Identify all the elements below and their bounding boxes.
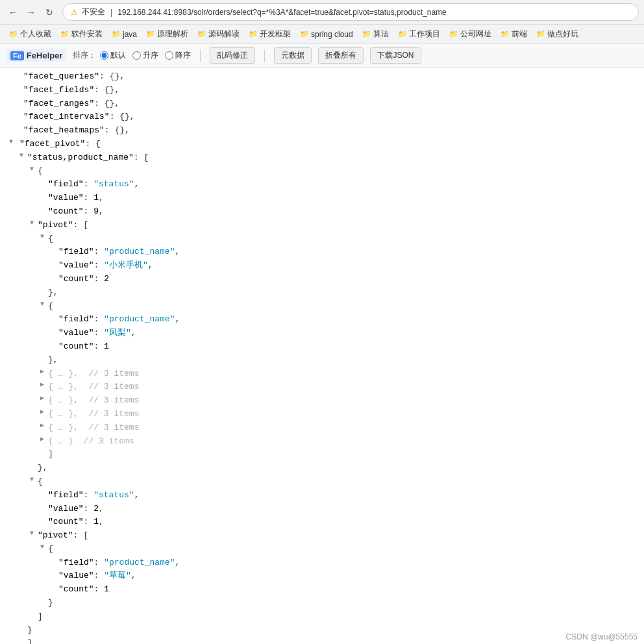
bookmark-label: 公司网址 bbox=[460, 29, 491, 40]
toggle-facet-pivot[interactable] bbox=[6, 138, 16, 147]
json-line: "count": 2 bbox=[6, 273, 638, 286]
bookmark-label: spring cloud bbox=[311, 30, 353, 39]
json-line: "field": "product_name", bbox=[6, 313, 638, 327]
fix-encoding-button[interactable]: 乱码修正 bbox=[210, 47, 255, 64]
metadata-button[interactable]: 元数据 bbox=[274, 47, 312, 64]
json-line: "facet_queries": {}, bbox=[6, 70, 638, 84]
sort-label: 排序： bbox=[73, 50, 96, 61]
json-line: "count": 9, bbox=[6, 205, 638, 219]
toggle-pivot2-item1[interactable] bbox=[38, 543, 47, 552]
bookmark-label: 个人收藏 bbox=[20, 29, 51, 40]
toggle-collapsed-1[interactable] bbox=[38, 367, 47, 377]
sort-default[interactable]: 默认 bbox=[100, 50, 126, 61]
security-warning-text: 不安全 bbox=[82, 6, 105, 18]
bookmark-label: 原理解析 bbox=[157, 29, 188, 40]
json-line-collapsed: { … }, // 3 items bbox=[6, 408, 638, 421]
toggle-pivot-item2[interactable] bbox=[38, 300, 47, 309]
json-line: { bbox=[6, 165, 638, 179]
fe-icon: Fe bbox=[10, 51, 24, 60]
folder-icon: 📁 bbox=[362, 30, 371, 38]
json-line: }, bbox=[6, 286, 638, 300]
json-content: "facet_queries": {}, "facet_fields": {},… bbox=[0, 68, 644, 644]
folder-icon: 📁 bbox=[60, 30, 69, 38]
json-line-pivot: "pivot": [ bbox=[6, 219, 638, 232]
toggle-collapsed-3[interactable] bbox=[38, 394, 47, 403]
bottom-bar-text: CSDN @wu@55555 bbox=[566, 632, 638, 641]
bookmark-label: java bbox=[123, 30, 137, 39]
bookmark-fun[interactable]: 📁 做点好玩 bbox=[532, 27, 582, 41]
bookmark-company[interactable]: 📁 公司网址 bbox=[445, 27, 495, 41]
sort-desc[interactable]: 降序 bbox=[165, 50, 191, 61]
folder-icon: 📁 bbox=[146, 30, 155, 38]
toggle-collapsed-6[interactable] bbox=[38, 435, 47, 444]
sort-radio-group: 默认 升序 降序 bbox=[100, 50, 191, 61]
toggle-status-product[interactable] bbox=[17, 151, 26, 160]
json-line: "facet_ranges": {}, bbox=[6, 97, 638, 111]
bookmark-label: 工作项目 bbox=[409, 29, 440, 40]
bookmark-principle[interactable]: 📁 原理解析 bbox=[142, 27, 192, 41]
folder-icon: 📁 bbox=[249, 30, 258, 38]
bookmark-framework[interactable]: 📁 开发框架 bbox=[245, 27, 295, 41]
json-line-collapsed: { … } // 3 items bbox=[6, 435, 638, 449]
json-line: "count": 1 bbox=[6, 340, 638, 354]
folder-icon: 📁 bbox=[112, 30, 121, 38]
json-line: "value": "凤梨", bbox=[6, 327, 638, 340]
sort-asc[interactable]: 升序 bbox=[132, 50, 158, 61]
json-line: "count": 1 bbox=[6, 583, 638, 597]
bookmarks-bar: 📁 个人收藏 📁 软件安装 📁 java 📁 原理解析 📁 源码解读 📁 开发框… bbox=[0, 25, 644, 44]
toggle-collapsed-4[interactable] bbox=[38, 408, 47, 417]
folder-icon: 📁 bbox=[197, 30, 206, 38]
json-line: "value": "小米手机", bbox=[6, 259, 638, 273]
json-line-collapsed: { … }, // 3 items bbox=[6, 367, 638, 381]
json-line-pivot2: "pivot": [ bbox=[6, 529, 638, 543]
bookmark-personal[interactable]: 📁 个人收藏 bbox=[5, 27, 55, 41]
bottom-bar: CSDN @wu@55555 bbox=[560, 630, 644, 644]
toggle-collapsed-5[interactable] bbox=[38, 421, 47, 430]
bookmark-java[interactable]: 📁 java bbox=[108, 29, 141, 40]
refresh-button[interactable]: ↻ bbox=[42, 5, 57, 20]
nav-buttons: ← → ↻ bbox=[5, 5, 57, 20]
json-line: { bbox=[6, 543, 638, 556]
forward-button[interactable]: → bbox=[23, 5, 39, 20]
json-line: ] bbox=[6, 637, 638, 644]
download-json-button[interactable]: 下载JSON bbox=[370, 47, 421, 64]
address-bar[interactable]: ⚠ 不安全 | 192.168.244.41:8983/solr/orders/… bbox=[62, 3, 639, 21]
fold-all-button[interactable]: 折叠所有 bbox=[318, 47, 364, 64]
bookmark-label: 前端 bbox=[512, 29, 527, 40]
toggle-pivot-item1[interactable] bbox=[38, 232, 47, 242]
json-line: "facet_heatmaps": {}, bbox=[6, 124, 638, 138]
json-line: "field": "status", bbox=[6, 178, 638, 192]
json-line: "field": "product_name", bbox=[6, 245, 638, 259]
json-line: } bbox=[6, 597, 638, 610]
toggle-obj1[interactable] bbox=[27, 165, 36, 174]
json-line: "value": "草莓", bbox=[6, 569, 638, 583]
security-warning-icon: ⚠ bbox=[71, 8, 78, 17]
sort-default-radio[interactable] bbox=[100, 51, 108, 60]
bookmark-spring-cloud[interactable]: 📁 spring cloud bbox=[296, 29, 357, 40]
toggle-pivot1[interactable] bbox=[27, 219, 36, 228]
bookmark-source[interactable]: 📁 源码解读 bbox=[193, 27, 243, 41]
sort-asc-radio[interactable] bbox=[132, 51, 141, 60]
json-line: "value": 1, bbox=[6, 192, 638, 205]
bookmark-algorithm[interactable]: 📁 算法 bbox=[358, 27, 393, 41]
toggle-collapsed-2[interactable] bbox=[38, 380, 47, 390]
toolbar-separator-2 bbox=[264, 49, 265, 62]
toggle-obj2[interactable] bbox=[27, 475, 36, 484]
folder-icon: 📁 bbox=[398, 30, 407, 38]
toggle-pivot2[interactable] bbox=[27, 529, 36, 538]
folder-icon: 📁 bbox=[501, 30, 510, 38]
url-text: 192.168.244.41:8983/solr/orders/select?q… bbox=[118, 8, 447, 17]
sort-desc-radio[interactable] bbox=[165, 51, 173, 60]
json-line: ] bbox=[6, 448, 638, 462]
bookmark-frontend[interactable]: 📁 前端 bbox=[497, 27, 531, 41]
json-line: { bbox=[6, 300, 638, 314]
bookmark-software[interactable]: 📁 软件安装 bbox=[56, 27, 106, 41]
browser-toolbar: ← → ↻ ⚠ 不安全 | 192.168.244.41:8983/solr/o… bbox=[0, 0, 644, 25]
folder-icon: 📁 bbox=[449, 30, 458, 38]
bookmark-work[interactable]: 📁 工作项目 bbox=[394, 27, 444, 41]
sort-section: 排序： 默认 升序 降序 bbox=[73, 50, 191, 61]
json-line: { bbox=[6, 475, 638, 489]
json-line: ] bbox=[6, 610, 638, 624]
json-line: "field": "status", bbox=[6, 489, 638, 502]
back-button[interactable]: ← bbox=[5, 5, 21, 20]
